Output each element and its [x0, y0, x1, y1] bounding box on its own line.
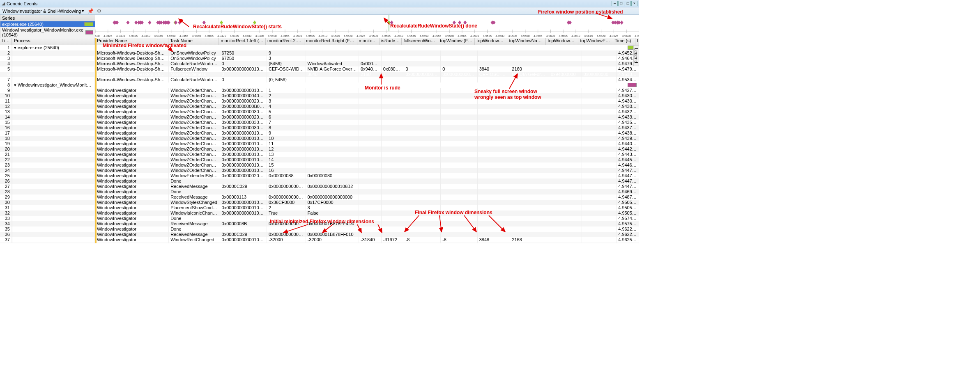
hdr-pn[interactable]: Provider Name	[95, 38, 168, 45]
series-item[interactable]: explorer.exe (25640)	[0, 21, 95, 27]
table-row[interactable]: WindowInvestigatorWindowExtendedStylesCh…	[95, 173, 639, 178]
cell-twn	[510, 211, 549, 216]
tab-title[interactable]: WindowInvestigator & Shell-Windowing	[2, 9, 81, 14]
min-icon[interactable]: –	[612, 1, 618, 6]
table-row[interactable]: WindowInvestigatorWindowZOrderChanged0x0…	[95, 136, 639, 141]
table-row[interactable]: WindowInvestigatorDone4.944757770	[95, 178, 639, 184]
toolbar: WindowInvestigator & Shell-Windowing ▾ 📌…	[0, 7, 639, 15]
table-row[interactable]: WindowInvestigatorPlacementShowCmdChange…	[95, 205, 639, 211]
cell-ir	[382, 162, 404, 168]
cell-m4	[359, 205, 382, 211]
cell-twc	[478, 162, 511, 168]
table-row[interactable]: Microsoft-Windows-Desktop-Shell-Windowin…	[95, 61, 639, 66]
cell-fw	[404, 141, 441, 146]
hdr-legend[interactable]: Legend	[635, 38, 639, 45]
table-row[interactable]: WindowInvestigatorWindowZOrderChanged0x0…	[95, 109, 639, 114]
cell-pn: WindowInvestigator	[95, 237, 169, 243]
cell-pn: WindowInvestigator	[95, 98, 169, 104]
table-row[interactable]: WindowInvestigatorWindowZOrderChanged0x0…	[95, 98, 639, 104]
hdr-m2[interactable]: monitorRect.2.top (Fiel...	[266, 38, 304, 45]
cell-m1: 0x00000000000106B2	[220, 211, 267, 216]
cell-tn: OnShowWindowPolicy	[169, 56, 220, 61]
chevron-down-icon[interactable]: ▾	[82, 8, 84, 14]
timeline[interactable]: 4.94204.94254.94304.94354.94404.94454.94…	[95, 15, 639, 38]
table-row[interactable]: WindowInvestigatorWindowZOrderChanged0x0…	[95, 168, 639, 173]
table-row[interactable]: Microsoft-Windows-Desktop-Shell-Windowin…	[95, 50, 639, 56]
table-row[interactable]: Microsoft-Windows-Desktop-Shell-Windowin…	[95, 77, 639, 82]
cell-tw: 0	[441, 66, 478, 72]
table-row[interactable]: WindowInvestigatorWindowZOrderChanged0x0…	[95, 93, 639, 98]
cell-twe	[582, 157, 617, 162]
table-row[interactable]: WindowInvestigatorDone4.946927600	[95, 189, 639, 195]
hdr-m4[interactable]: monitorRe...	[357, 38, 380, 45]
table-row[interactable]: WindowInvestigatorWindowZOrderChanged0x0…	[95, 162, 639, 168]
gear-icon[interactable]: ⚙	[97, 8, 101, 14]
restore-icon[interactable]: □	[618, 1, 624, 6]
pin-icon[interactable]: 📌	[87, 8, 94, 14]
hdr-ts[interactable]: Time (s)	[613, 38, 635, 45]
window-title: Generic Events	[7, 1, 37, 6]
table-row[interactable]: WindowInvestigatorWindowZOrderChanged0x0…	[95, 120, 639, 125]
cell-m4	[359, 136, 382, 141]
hdr-m1[interactable]: monitorRect.1.left (Field 1)	[219, 38, 266, 45]
hdr-line[interactable]: Line #	[0, 38, 12, 45]
cell-m2: CEF-OSC-WIDGET	[267, 66, 306, 72]
table-row[interactable]: WindowInvestigatorDone4.957480600	[95, 216, 639, 221]
cell-twc	[478, 157, 511, 162]
table-row[interactable]: WindowInvestigatorWindowZOrderChanged0x0…	[95, 141, 639, 146]
hdr-m3[interactable]: monitorRect.3.right (Field 3)	[304, 38, 357, 45]
cell-m3: 0x0000001B878FF010	[306, 232, 359, 237]
table-row[interactable]: WindowInvestigatorDone4.962213700	[95, 227, 639, 232]
table-row[interactable]: WindowInvestigatorReceivedMessage0x00000…	[95, 195, 639, 200]
hdr-tn[interactable]: Task Name	[168, 38, 219, 45]
hdr-fw[interactable]: fullscreenWindow (Fi...	[402, 38, 438, 45]
table-row[interactable]: WindowInvestigatorWindowZOrderChanged0x0…	[95, 146, 639, 152]
table-row[interactable]: WindowInvestigatorWindowZOrderChanged0x0…	[95, 152, 639, 157]
table-row[interactable]: WindowInvestigatorWindowStylesChanged0x0…	[95, 200, 639, 205]
cell-pn: WindowInvestigator	[95, 168, 169, 173]
table-row[interactable]: WindowInvestigatorWindowClientRectChange…	[95, 243, 639, 243]
cell-tn: WindowZOrderChanged	[169, 109, 220, 114]
cell-fw	[404, 189, 441, 195]
cell-m1: 0x000000000003077E	[220, 109, 267, 114]
table-row[interactable]: WindowInvestigatorWindowZOrderChanged0x0…	[95, 157, 639, 162]
hdr-twe[interactable]: topWindowExStyle (...	[578, 38, 613, 45]
close-icon[interactable]: ×	[631, 1, 637, 6]
cell-m1: 0x00000000000409F2	[220, 93, 267, 98]
table-row[interactable]: Microsoft-Windows-Desktop-Shell-Windowin…	[95, 56, 639, 61]
hdr-process[interactable]: Process	[12, 38, 95, 45]
legend-tab[interactable]: Legend	[633, 45, 639, 66]
hdr-tws[interactable]: topWindowStyle (...	[546, 38, 578, 45]
process-group[interactable]: ▾ explorer.exe (25640)	[12, 45, 95, 50]
table-row[interactable]: WindowInvestigatorWindowZOrderChanged0x0…	[95, 125, 639, 130]
cell-twe	[582, 98, 617, 104]
cell-tws	[549, 152, 582, 157]
table-row[interactable]: WindowInvestigatorWindowZOrderChanged0x0…	[95, 114, 639, 120]
hdr-twn[interactable]: topWindowName (Fiel...	[507, 38, 546, 45]
table-row[interactable]: WindowInvestigatorReceivedMessage0x0000C…	[95, 184, 639, 189]
cell-m2: 4	[267, 104, 306, 109]
cell-m4	[359, 93, 382, 98]
table-row[interactable]: Microsoft-Windows-Desktop-Shell-Windowin…	[95, 66, 639, 72]
series-item[interactable]: WindowInvestigator_WindowMonitor.exe (10…	[0, 27, 95, 38]
table-row[interactable]: WindowInvestigatorWindowRectChanged0x000…	[95, 237, 639, 243]
cell-tws	[549, 104, 582, 109]
process-group[interactable]: ▾ WindowInvestigator_WindowMonitor.exe (…	[12, 82, 95, 88]
table-row[interactable]: WindowInvestigatorReceivedMessage0x00000…	[95, 221, 639, 227]
cell-twc	[478, 141, 511, 146]
table-row[interactable]: WindowInvestigatorWindowZOrderChanged0x0…	[95, 104, 639, 109]
collapse-icon[interactable]: ◢	[2, 1, 5, 6]
svg-text:4.9530: 4.9530	[369, 34, 378, 37]
cell-twn	[510, 205, 549, 211]
table-row[interactable]: Microsoft-Windows-Desktop-Shell-Windowin…	[95, 72, 639, 77]
hdr-tw[interactable]: topWindow (Field 7)	[438, 38, 475, 45]
cell-m3	[306, 88, 359, 93]
max-icon[interactable]: ◻	[625, 1, 631, 6]
cell-m3	[306, 109, 359, 114]
table-row[interactable]: WindowInvestigatorWindowIsIconicChanged0…	[95, 211, 639, 216]
hdr-ir[interactable]: isRude (Fie...	[380, 38, 402, 45]
table-row[interactable]: WindowInvestigatorWindowZOrderChanged0x0…	[95, 130, 639, 136]
table-row[interactable]: WindowInvestigatorReceivedMessage0x0000C…	[95, 232, 639, 237]
table-row[interactable]: WindowInvestigatorWindowZOrderChanged0x0…	[95, 88, 639, 93]
hdr-twc[interactable]: topWindowClass...	[475, 38, 507, 45]
